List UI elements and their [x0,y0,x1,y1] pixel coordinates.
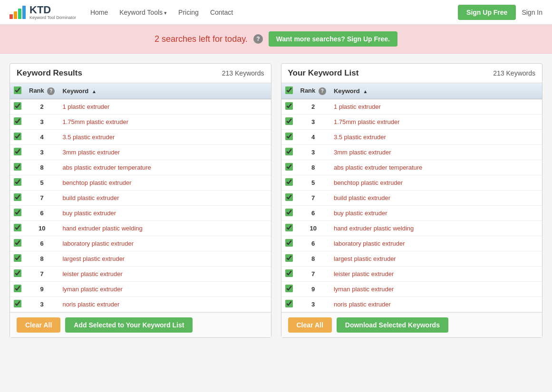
row-checkbox[interactable] [285,209,293,216]
select-all-left-checkbox[interactable] [14,86,21,94]
table-row: 7 leister plastic extruder [281,267,542,282]
nav-pricing[interactable]: Pricing [178,9,199,16]
row-checkbox[interactable] [14,148,21,155]
row-checkbox[interactable] [285,148,293,155]
keyword-list-panel: Your Keyword List 213 Keywords Rank ? [281,63,543,338]
row-check-cell [281,267,297,282]
row-checkbox[interactable] [14,117,21,125]
row-check-cell [281,99,297,115]
row-check-cell [10,191,25,206]
keyword-results-scroll[interactable]: Rank ? Keyword ▲ 2 1 plastic extruder [10,83,271,312]
table-row: 6 laboratory plastic extruder [281,236,542,251]
row-keyword-cell: lyman plastic extruder [330,282,542,297]
row-checkbox[interactable] [285,178,293,186]
table-row: 2 1 plastic extruder [10,99,271,115]
download-selected-button[interactable]: Download Selected Keywords [337,317,448,333]
select-all-right-checkbox[interactable] [285,86,293,94]
more-searches-button[interactable]: Want more searches? Sign Up Free. [269,31,397,47]
table-row: 5 benchtop plastic extruder [10,175,271,191]
row-checkbox[interactable] [14,209,21,216]
table-row: 4 3.5 plastic extruder [281,130,542,145]
row-checkbox[interactable] [285,300,293,307]
keyword-sort-icon-right[interactable]: ▲ [363,89,368,94]
bar-green [18,9,21,19]
nav-home[interactable]: Home [90,9,108,16]
table-row: 8 largest plastic extruder [10,251,271,267]
row-checkbox[interactable] [285,117,293,125]
clear-all-right-button[interactable]: Clear All [288,317,332,333]
row-checkbox[interactable] [285,193,293,201]
nav-contact[interactable]: Contact [210,9,233,16]
row-checkbox[interactable] [285,163,293,171]
row-checkbox[interactable] [14,239,21,247]
nav-keyword-tools[interactable]: Keyword Tools [119,9,167,16]
signin-link[interactable]: Sign In [522,9,542,16]
keyword-sort-icon-left[interactable]: ▲ [92,89,97,94]
table-row: 3 noris plastic extruder [281,297,542,312]
row-checkbox[interactable] [14,254,21,262]
keyword-list-header-row: Rank ? Keyword ▲ [281,83,542,99]
row-checkbox[interactable] [285,224,293,231]
row-checkbox[interactable] [14,269,21,277]
keyword-results-count: 213 Keywords [222,69,264,77]
alert-text: 2 searches left for today. [155,34,248,44]
row-keyword-cell: 1.75mm plastic extruder [330,115,542,130]
row-check-cell [281,175,297,191]
col-keyword-left: Keyword ▲ [58,83,271,99]
row-checkbox[interactable] [285,269,293,277]
main-nav: Home Keyword Tools Pricing Contact [90,9,458,16]
keyword-list-footer: Clear All Download Selected Keywords [281,312,542,337]
keyword-results-header: Keyword Results 213 Keywords [10,64,271,83]
row-checkbox[interactable] [14,224,21,231]
table-row: 6 buy plastic extruder [281,206,542,221]
table-row: 8 largest plastic extruder [281,251,542,267]
row-rank-cell: 3 [297,145,330,160]
row-checkbox[interactable] [285,254,293,262]
row-check-cell [10,145,25,160]
row-rank-cell: 8 [25,251,58,267]
row-checkbox[interactable] [14,300,21,307]
row-keyword-cell: laboratory plastic extruder [330,236,542,251]
row-checkbox[interactable] [285,285,293,292]
keyword-list-title: Your Keyword List [288,68,359,78]
header: KTD Keyword Tool Dominator Home Keyword … [0,0,552,25]
row-check-cell [281,160,297,175]
table-row: 3 1.75mm plastic extruder [10,115,271,130]
row-checkbox[interactable] [14,285,21,292]
row-check-cell [10,297,25,312]
row-check-cell [10,282,25,297]
table-row: 3 1.75mm plastic extruder [281,115,542,130]
row-check-cell [281,115,297,130]
rank-help-icon-right[interactable]: ? [319,87,326,95]
row-keyword-cell: 3.5 plastic extruder [330,130,542,145]
keyword-results-table: Rank ? Keyword ▲ 2 1 plastic extruder [10,83,271,312]
signup-button[interactable]: Sign Up Free [458,5,516,20]
keyword-results-panel: Keyword Results 213 Keywords Rank ? [10,63,271,338]
main-content: Keyword Results 213 Keywords Rank ? [0,54,552,347]
row-check-cell [281,191,297,206]
row-checkbox[interactable] [14,163,21,171]
row-keyword-cell: largest plastic extruder [58,251,271,267]
row-checkbox[interactable] [14,133,21,140]
row-checkbox[interactable] [285,133,293,140]
table-row: 3 3mm plastic extruder [281,145,542,160]
logo-subtitle: Keyword Tool Dominator [29,15,76,20]
keyword-list-scroll[interactable]: Rank ? Keyword ▲ 2 1 plastic extruder [281,83,542,312]
row-checkbox[interactable] [14,193,21,201]
row-rank-cell: 10 [25,221,58,236]
row-check-cell [281,130,297,145]
logo-bars [10,6,26,19]
clear-all-left-button[interactable]: Clear All [17,317,60,333]
row-checkbox[interactable] [14,102,21,110]
row-keyword-cell: hand extruder plastic welding [330,221,542,236]
row-rank-cell: 9 [297,282,330,297]
alert-help-icon[interactable]: ? [253,34,263,44]
rank-help-icon-left[interactable]: ? [47,87,55,95]
logo-text: KTD Keyword Tool Dominator [29,5,76,20]
add-selected-button[interactable]: Add Selected to Your Keyword List [65,317,193,333]
table-row: 7 leister plastic extruder [10,267,271,282]
table-row: 8 abs plastic extruder temperature [281,160,542,175]
row-checkbox[interactable] [285,239,293,247]
row-checkbox[interactable] [14,178,21,186]
row-checkbox[interactable] [285,102,293,110]
